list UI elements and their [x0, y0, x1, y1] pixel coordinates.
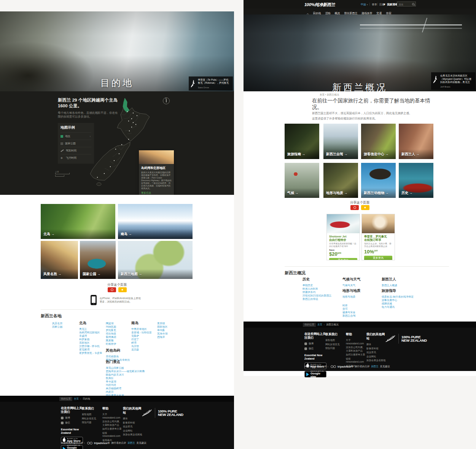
- login-link[interactable]: 登录: [372, 3, 377, 6]
- photo-card[interactable]: 国家公园: [80, 241, 116, 279]
- text-link[interactable]: 健康与安全: [342, 310, 377, 314]
- text-link[interactable]: 霍克斯湾: [79, 348, 107, 351]
- text-link[interactable]: 东部地区: [79, 341, 107, 344]
- text-link[interactable]: 就业资讯: [366, 351, 387, 354]
- text-link[interactable]: 链接newzealand.com: [346, 357, 366, 364]
- text-link[interactable]: 如何注册发布文章: [102, 427, 123, 431]
- text-link[interactable]: 瓦纳卡湖: [157, 332, 180, 335]
- text-link[interactable]: 霍罗费努瓦 - 卡皮蒂: [79, 351, 107, 355]
- photo-card[interactable]: 南岛: [118, 204, 193, 239]
- text-link[interactable]: 气候与天气: [342, 283, 377, 287]
- text-link[interactable]: 时差: [342, 304, 377, 307]
- text-link[interactable]: 鲁阿佩胡: [106, 335, 129, 339]
- text-link[interactable]: 蒂卡波湖: [106, 380, 145, 383]
- text-link[interactable]: 报告问题: [82, 421, 102, 424]
- more-info-button[interactable]: 更多资讯: [364, 256, 392, 260]
- text-link[interactable]: 南部地区: [157, 325, 180, 328]
- text-link[interactable]: 地形与地质: [342, 295, 377, 298]
- text-link[interactable]: 链接newzealand.com: [102, 431, 123, 438]
- text-link[interactable]: 玛纳瓦图: [106, 325, 129, 328]
- text-link[interactable]: 如何注册发布文章: [346, 353, 366, 357]
- text-link[interactable]: 网站反馈意见: [325, 343, 346, 346]
- search-icon[interactable]: [412, 3, 414, 5]
- text-link[interactable]: 关于newzealand.com: [346, 339, 366, 345]
- text-link[interactable]: 影像资料馆: [366, 347, 387, 350]
- deal-card[interactable]: Shotover Jet自由行程特价 全世界最知名的喷射快艇！自由行程最高节省 …: [326, 214, 360, 260]
- text-link[interactable]: 玛塔玛塔: [106, 383, 145, 387]
- text-link[interactable]: 新西兰自驾: [342, 314, 377, 317]
- more-info-link[interactable]: 更多信息: [141, 191, 172, 195]
- text-link[interactable]: 惠灵顿: [106, 339, 129, 342]
- photo-card[interactable]: 北岛: [41, 204, 115, 239]
- text-link[interactable]: 陶波湖: [106, 322, 129, 325]
- text-link[interactable]: 索取地图: [325, 339, 346, 342]
- text-link[interactable]: 关于newzealand.com: [102, 413, 123, 419]
- text-link[interactable]: 旺格努伊: [106, 342, 129, 346]
- text-link[interactable]: 游客信息中心: [382, 298, 434, 302]
- nz-reviews-link[interactable]: 新西兰: [371, 365, 379, 368]
- social-link[interactable]: 微信: [304, 347, 328, 350]
- text-link[interactable]: 蒂玛鲁: [157, 328, 180, 332]
- qzone-share-button[interactable]: [118, 287, 127, 292]
- text-link[interactable]: 皇后镇: [157, 322, 180, 325]
- text-link[interactable]: 峡湾: [131, 341, 159, 344]
- text-link[interactable]: 电力与通讯: [382, 305, 434, 309]
- deal-card[interactable]: 蒂普亚，罗托鲁瓦在线预订即享 毛利文化之旅，毛利大餐、音乐会之夜或间歇喷泉之旅 …: [361, 214, 395, 260]
- text-link[interactable]: 基督城 - 坎特伯雷: [131, 331, 159, 334]
- text-link[interactable]: 内皮尔: [106, 390, 145, 393]
- text-link[interactable]: 罗托鲁瓦: [106, 328, 129, 332]
- text-link[interactable]: 优质标志-旅行者的纯净保证: [382, 295, 434, 298]
- social-link[interactable]: 微博: [61, 416, 84, 420]
- text-link[interactable]: 但尼丁: [131, 338, 159, 341]
- weibo-share-button[interactable]: [350, 205, 359, 210]
- wishlist-link[interactable]: 我爱清单: [387, 3, 398, 6]
- text-link[interactable]: 残障设施: [382, 302, 434, 305]
- photo-card[interactable]: 风景名胜: [41, 241, 78, 279]
- text-link[interactable]: 企业网站: [366, 355, 387, 358]
- text-link[interactable]: 科罗曼德: [79, 338, 107, 341]
- text-link[interactable]: 西海岸的冰川——福克斯冰川和弗朗兹约瑟夫冰川: [106, 369, 145, 376]
- region-selector[interactable]: 中国: [361, 3, 368, 6]
- qzone-share-button[interactable]: [361, 205, 369, 210]
- breadcrumb-home-link[interactable]: 主页: [320, 93, 325, 96]
- text-link[interactable]: 查塔姆群岛: [106, 355, 141, 358]
- text-link[interactable]: 风景名胜: [52, 322, 75, 325]
- text-link[interactable]: 岛屿湾和北部地区: [79, 331, 107, 334]
- site-logo[interactable]: 100%纯净新西兰: [304, 2, 335, 8]
- text-link[interactable]: 就业资讯: [123, 425, 143, 428]
- text-link[interactable]: 早期历史: [302, 283, 347, 287]
- search-input[interactable]: [398, 2, 414, 7]
- text-link[interactable]: 西海岸: [157, 335, 180, 339]
- social-link[interactable]: 微博: [304, 342, 328, 346]
- nz-reviews-link[interactable]: 新西兰: [127, 441, 135, 445]
- text-link[interactable]: 国家公园: [52, 325, 75, 328]
- text-link[interactable]: 新西兰的传说: [302, 297, 347, 301]
- text-link[interactable]: 影像资料馆: [123, 421, 143, 425]
- text-link[interactable]: 媒体: [366, 343, 387, 346]
- google-play-badge[interactable]: ANDROID APP ONGoogle play: [304, 371, 326, 377]
- photo-card[interactable]: 新西兰动植物: [361, 163, 396, 198]
- photo-card[interactable]: 新西兰自驾: [323, 124, 358, 159]
- text-link[interactable]: 索取地图: [82, 413, 102, 416]
- text-link[interactable]: 马尔堡: [131, 344, 159, 348]
- region-tooltip-card[interactable]: 岛屿湾和北部地区 新西兰从奥克兰到最北端的北部地区都属于亚热带。沿着双海岸探索公…: [139, 150, 174, 195]
- text-link[interactable]: 欧洲人的到来: [302, 287, 347, 290]
- text-link[interactable]: 添加贵公司列表、文章和旅游产品: [346, 346, 366, 352]
- text-link[interactable]: 旅游会展业者园地: [123, 433, 143, 436]
- breadcrumb-home-link[interactable]: 主页: [317, 323, 322, 326]
- photo-card[interactable]: 游客信息中心: [361, 124, 396, 159]
- text-link[interactable]: 新西兰人概述: [382, 283, 427, 287]
- text-link[interactable]: 克鲁萨: [131, 334, 159, 338]
- text-link[interactable]: 20世纪到21世纪的新西兰: [302, 294, 347, 297]
- photo-card[interactable]: 旅游指南: [285, 124, 319, 159]
- text-link[interactable]: 报告问题: [325, 347, 346, 350]
- text-link[interactable]: 怀唐伊条约: [302, 290, 347, 294]
- text-link[interactable]: 库克山国家公园: [106, 366, 145, 369]
- weibo-share-button[interactable]: [108, 287, 116, 292]
- photo-card[interactable]: 新西兰人: [399, 124, 433, 159]
- text-link[interactable]: 企业网站: [123, 429, 143, 433]
- text-link[interactable]: 中奥塔哥地区: [131, 327, 159, 331]
- text-link[interactable]: 奥克兰: [79, 327, 107, 331]
- google-play-badge[interactable]: ANDROID APP ONGoogle play: [61, 445, 83, 449]
- text-link[interactable]: 塔拉纳基: [106, 332, 129, 335]
